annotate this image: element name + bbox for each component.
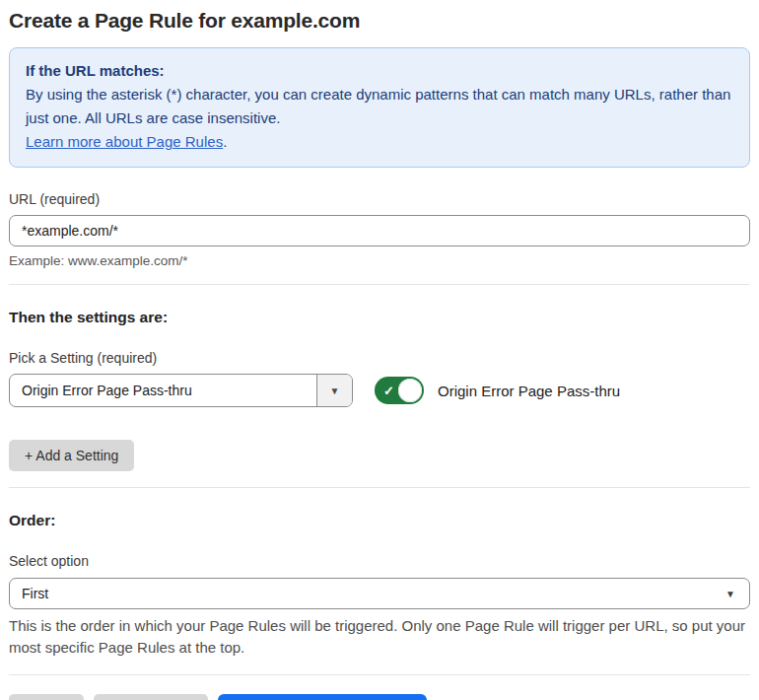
order-helper-text: This is the order in which your Page Rul… <box>9 615 746 659</box>
toggle-knob <box>398 379 422 402</box>
info-box-heading: If the URL matches: <box>26 59 733 83</box>
order-select-value: First <box>10 579 749 608</box>
chevron-down-icon: ▼ <box>725 589 735 599</box>
divider <box>9 674 750 675</box>
cancel-button[interactable]: Cancel <box>9 694 84 700</box>
link-suffix: . <box>223 133 227 150</box>
chevron-down-icon: ▼ <box>330 385 340 396</box>
save-draft-button[interactable]: Save as Draft <box>94 694 209 700</box>
toggle-label: Origin Error Page Pass-thru <box>438 383 620 399</box>
check-icon: ✓ <box>383 385 394 397</box>
setting-picker-label: Pick a Setting (required) <box>9 350 750 366</box>
setting-picker-dropdown[interactable]: Origin Error Page Pass-thru ▼ <box>9 374 353 407</box>
url-field-label: URL (required) <box>9 191 750 207</box>
page-title: Create a Page Rule for example.com <box>9 9 750 33</box>
learn-more-link[interactable]: Learn more about Page Rules <box>26 133 223 150</box>
setting-row: Origin Error Page Pass-thru ▼ ✓ Origin E… <box>9 374 750 407</box>
divider <box>9 284 750 285</box>
info-box-body: By using the asterisk (*) character, you… <box>26 83 733 130</box>
divider <box>9 487 750 488</box>
url-field-helper: Example: www.example.com/* <box>9 253 750 268</box>
page-rule-form: Create a Page Rule for example.com If th… <box>0 9 759 700</box>
setting-toggle-group: ✓ Origin Error Page Pass-thru <box>375 377 620 404</box>
order-select-label: Select option <box>9 553 750 569</box>
order-section-heading: Order: <box>9 512 750 529</box>
url-input[interactable] <box>9 215 750 246</box>
order-select[interactable]: First ▼ <box>9 578 750 609</box>
settings-section-heading: Then the settings are: <box>9 309 750 326</box>
info-box-link-line: Learn more about Page Rules. <box>26 130 733 154</box>
save-deploy-button[interactable]: Save and Deploy Page Rule <box>218 694 427 700</box>
add-setting-button[interactable]: + Add a Setting <box>9 440 134 471</box>
footer-actions: Cancel Save as Draft Save and Deploy Pag… <box>9 694 750 700</box>
setting-picker-arrow-button[interactable]: ▼ <box>316 375 352 406</box>
origin-error-toggle[interactable]: ✓ <box>375 377 424 404</box>
url-match-info-box: If the URL matches: By using the asteris… <box>9 47 750 168</box>
setting-picker-value: Origin Error Page Pass-thru <box>10 375 316 406</box>
